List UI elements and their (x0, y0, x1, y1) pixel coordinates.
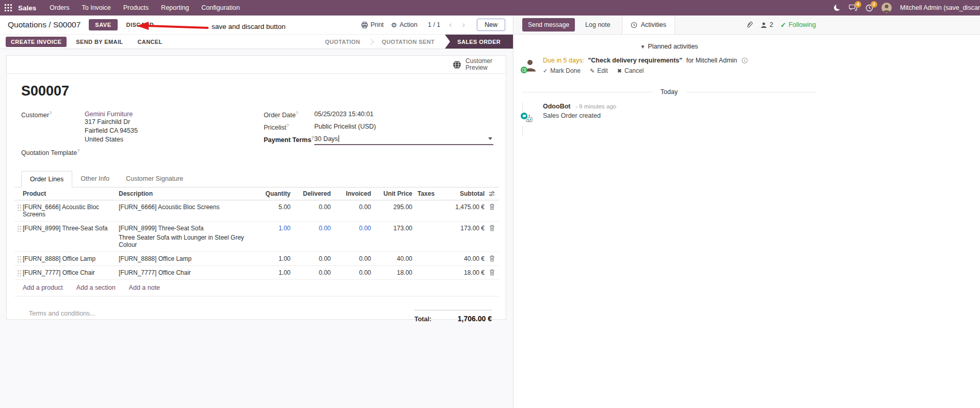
cell-unit-price[interactable]: 173.00 (372, 225, 413, 232)
stage-quotation[interactable]: QUOTATION (317, 35, 368, 49)
menu-reporting[interactable]: Reporting (155, 0, 195, 15)
cell-invoiced[interactable]: 0.00 (332, 255, 372, 262)
cell-description[interactable]: [FURN_8888] Office Lamp (119, 255, 255, 262)
cell-product[interactable]: [FURN_8999] Three-Seat Sofa (23, 225, 119, 232)
activities-tab[interactable]: Activities (622, 15, 675, 34)
stage-sales-order[interactable]: SALES ORDER (445, 35, 513, 49)
dark-mode-moon-icon[interactable] (834, 5, 841, 11)
cell-description[interactable]: [FURN_6666] Acoustic Bloc Screens (119, 203, 255, 211)
pager-prev-icon[interactable]: ‹ (447, 21, 453, 29)
cell-quantity[interactable]: 1.00 (255, 255, 292, 262)
menu-orders[interactable]: Orders (43, 0, 75, 15)
chevron-down-icon[interactable] (488, 137, 492, 140)
log-note-button[interactable]: Log note (585, 21, 611, 28)
cell-quantity[interactable]: 5.00 (255, 203, 292, 211)
cell-description[interactable]: [FURN_8999] Three-Seat SofaThree Seater … (119, 225, 255, 248)
order-line-row[interactable]: [FURN_6666] Acoustic Bloc Screens [FURN_… (14, 200, 499, 222)
cell-unit-price[interactable]: 295.00 (372, 203, 413, 211)
print-button[interactable]: Print (361, 21, 384, 28)
cell-delivered[interactable]: 0.00 (292, 255, 332, 262)
order-date-value[interactable]: 05/25/2023 15:40:01 (314, 111, 374, 119)
cell-description[interactable]: [FURN_7777] Office Chair (119, 269, 255, 276)
customer-link[interactable]: Gemini Furniture (85, 111, 133, 118)
add-product-link[interactable]: Add a product (23, 284, 63, 291)
cell-delivered[interactable]: 0.00 (292, 269, 332, 276)
col-description[interactable]: Description (119, 190, 255, 197)
customer-preview-button[interactable]: Customer Preview (453, 58, 494, 71)
status-bar: CREATE INVOICE SEND BY EMAIL CANCEL QUOT… (0, 35, 513, 49)
col-product[interactable]: Product (23, 190, 119, 197)
drag-handle-icon[interactable] (17, 225, 22, 232)
app-name[interactable]: Sales (18, 4, 36, 12)
col-quantity[interactable]: Quantity (255, 190, 292, 197)
send-by-email-button[interactable]: SEND BY EMAIL (71, 37, 128, 47)
create-invoice-button[interactable]: CREATE INVOICE (6, 37, 67, 47)
activities-clock-icon[interactable]: 2 (865, 4, 873, 12)
menu-to-invoice[interactable]: To Invoice (75, 0, 117, 15)
drag-handle-icon[interactable] (17, 269, 22, 276)
terms-placeholder[interactable]: Terms and conditions... (29, 310, 95, 317)
following-button[interactable]: ✓ Following (780, 21, 816, 29)
drag-handle-icon[interactable] (17, 203, 22, 211)
cell-invoiced[interactable]: 0.00 (332, 225, 372, 232)
cell-product[interactable]: [FURN_7777] Office Chair (23, 269, 119, 276)
edit-activity-button[interactable]: ✎Edit (590, 67, 608, 74)
message-author[interactable]: OdooBot (543, 103, 570, 110)
send-message-button[interactable]: Send message (522, 18, 575, 32)
col-invoiced[interactable]: Invoiced (332, 190, 372, 197)
user-name[interactable]: Mitchell Admin (save_discar (900, 4, 980, 11)
messages-icon[interactable]: 4 (849, 4, 857, 11)
cell-product[interactable]: [FURN_6666] Acoustic Bloc Screens (23, 203, 119, 218)
tab-other-info[interactable]: Other Info (72, 171, 118, 187)
cell-delivered[interactable]: 0.00 (292, 225, 332, 232)
cell-invoiced[interactable]: 0.00 (332, 203, 372, 211)
info-icon[interactable] (742, 57, 748, 64)
delete-line-icon[interactable] (485, 255, 499, 262)
cancel-button[interactable]: CANCEL (132, 37, 167, 47)
cell-quantity[interactable]: 1.00 (255, 225, 292, 232)
pricelist-value[interactable]: Public Pricelist (USD) (314, 123, 376, 131)
delete-line-icon[interactable] (485, 203, 499, 210)
cell-unit-price[interactable]: 40.00 (372, 255, 413, 262)
followers-button[interactable]: 2 (760, 21, 773, 28)
planned-activities-toggle[interactable]: ▼Planned activities (522, 43, 816, 50)
tab-customer-signature[interactable]: Customer Signature (118, 171, 191, 187)
col-delivered[interactable]: Delivered (292, 190, 332, 197)
breadcrumb-quotations[interactable]: Quotations (8, 20, 46, 29)
messages-badge: 4 (855, 1, 861, 8)
stage-quotation-sent[interactable]: QUOTATION SENT (374, 35, 443, 49)
add-section-link[interactable]: Add a section (76, 284, 116, 291)
cell-unit-price[interactable]: 18.00 (372, 269, 413, 276)
col-taxes[interactable]: Taxes (413, 190, 439, 197)
cell-invoiced[interactable]: 0.00 (332, 269, 372, 276)
message-timestamp: - 9 minutes ago (575, 103, 616, 109)
chatter-message: OdooBot - 9 minutes ago Sales Order crea… (522, 103, 816, 119)
drag-handle-icon[interactable] (17, 255, 22, 262)
tab-order-lines[interactable]: Order Lines (21, 171, 72, 187)
cancel-activity-button[interactable]: ✖Cancel (617, 67, 644, 74)
delete-line-icon[interactable] (485, 269, 499, 276)
payment-terms-input[interactable]: 30 Days (314, 135, 493, 145)
pager-next-icon[interactable]: › (461, 21, 467, 29)
save-button[interactable]: SAVE (89, 19, 117, 30)
add-note-link[interactable]: Add a note (129, 284, 160, 291)
mark-done-button[interactable]: ✓Mark Done (543, 67, 581, 74)
order-line-row[interactable]: [FURN_8999] Three-Seat Sofa [FURN_8999] … (14, 222, 499, 252)
quotation-template-field[interactable]: Quotation Template? (21, 148, 264, 156)
apps-grid-icon[interactable] (0, 4, 16, 11)
order-line-row[interactable]: [FURN_7777] Office Chair [FURN_7777] Off… (14, 266, 499, 280)
col-unit-price[interactable]: Unit Price (372, 190, 413, 197)
attachments-paperclip-icon[interactable] (746, 21, 753, 29)
cell-quantity[interactable]: 1.00 (255, 269, 292, 276)
col-subtotal[interactable]: Subtotal (439, 190, 485, 197)
menu-configuration[interactable]: Configuration (195, 0, 246, 15)
menu-products[interactable]: Products (117, 0, 155, 15)
action-button[interactable]: ⚙ Action (391, 21, 417, 29)
order-line-row[interactable]: [FURN_8888] Office Lamp [FURN_8888] Offi… (14, 252, 499, 266)
cell-delivered[interactable]: 0.00 (292, 203, 332, 211)
new-button[interactable]: New (477, 19, 505, 31)
cell-product[interactable]: [FURN_8888] Office Lamp (23, 255, 119, 262)
delete-line-icon[interactable] (485, 225, 499, 231)
optional-columns-icon[interactable] (485, 191, 499, 197)
user-avatar[interactable] (881, 3, 892, 13)
